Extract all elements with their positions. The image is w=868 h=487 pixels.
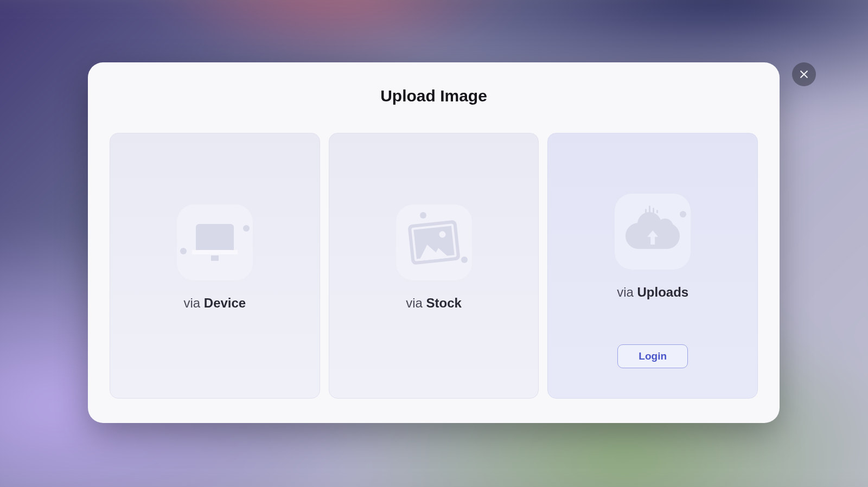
cloud-upload-icon bbox=[615, 194, 691, 270]
modal-title: Upload Image bbox=[88, 87, 780, 105]
device-icon bbox=[177, 204, 253, 280]
upload-via-device-label: via Device bbox=[183, 296, 246, 311]
upload-options-row: via Device via Stock bbox=[110, 133, 758, 399]
upload-via-uploads-label: via Uploads bbox=[617, 285, 688, 300]
stock-image-icon bbox=[396, 204, 472, 280]
close-icon bbox=[799, 69, 809, 80]
upload-via-stock-label: via Stock bbox=[406, 296, 462, 311]
upload-image-modal: Upload Image via Device bbox=[88, 62, 780, 423]
upload-via-device-card[interactable]: via Device bbox=[110, 133, 320, 399]
close-button[interactable] bbox=[792, 62, 816, 86]
upload-via-stock-card[interactable]: via Stock bbox=[329, 133, 539, 399]
upload-via-uploads-card[interactable]: via Uploads Login bbox=[547, 133, 758, 399]
login-button[interactable]: Login bbox=[617, 344, 688, 368]
